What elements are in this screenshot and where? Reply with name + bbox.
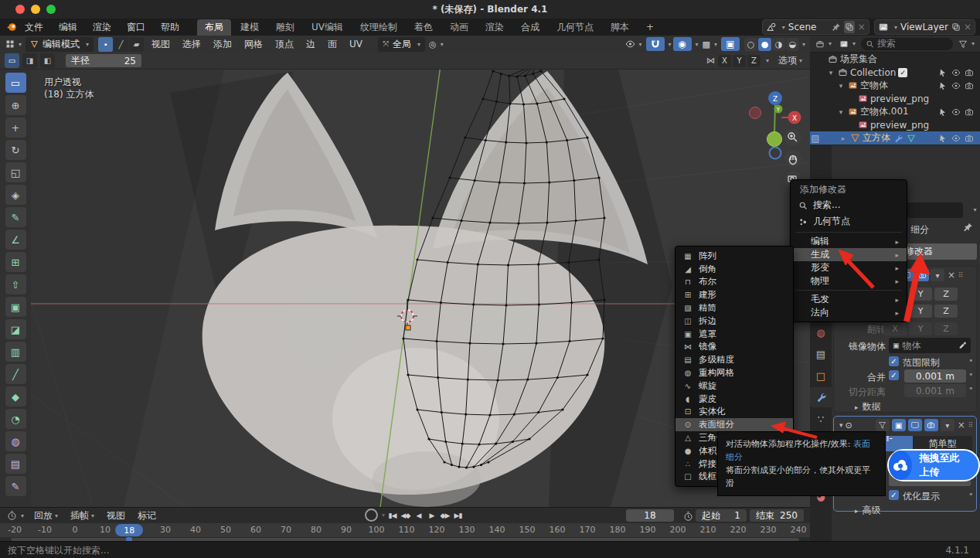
mirror-axf-axis-y[interactable]: Y bbox=[909, 322, 932, 335]
submenu-item-螺旋[interactable]: ∿螺旋 bbox=[675, 379, 793, 393]
pivot-point-dropdown[interactable]: ◎▾ bbox=[427, 37, 446, 51]
modifier-extras-dropdown[interactable]: ▾ bbox=[931, 269, 944, 281]
jump-to-start-button[interactable]: ▮◀ bbox=[386, 509, 398, 522]
submenu-item-表面细分[interactable]: ⊙表面细分 bbox=[675, 418, 793, 431]
end-frame-field[interactable]: 结束250 bbox=[750, 509, 804, 522]
mode-dropdown[interactable]: 编辑模式▾ bbox=[26, 37, 94, 52]
subsurf-advanced-expander[interactable]: ▸高级 bbox=[855, 504, 881, 517]
bisect-distance-slider[interactable]: 0.001 m bbox=[904, 384, 966, 397]
viewport-menu-添加[interactable]: 添加 bbox=[207, 38, 238, 51]
tool-move[interactable]: + bbox=[5, 117, 26, 138]
shading-solid-button[interactable]: ● bbox=[758, 38, 771, 51]
workspace-tab-纹理绘制[interactable]: 纹理绘制 bbox=[352, 19, 405, 36]
mirror-ax2-axis-y[interactable]: Y bbox=[909, 305, 932, 318]
editor-type-button[interactable]: ▾ bbox=[3, 37, 24, 51]
tool-tweak-select[interactable]: ▭ bbox=[5, 73, 26, 93]
viewport-menu-网格[interactable]: 网格 bbox=[238, 38, 269, 51]
tool-measure[interactable]: ∠ bbox=[5, 230, 26, 250]
jump-to-end-button[interactable]: ▶▮ bbox=[452, 509, 464, 522]
submenu-item-实体化[interactable]: ⊡实体化 bbox=[675, 406, 793, 419]
blender-logo-icon[interactable] bbox=[6, 22, 17, 32]
menu-item-法向[interactable]: 法向▸ bbox=[791, 306, 907, 319]
cursor-icon[interactable] bbox=[937, 133, 948, 143]
tool-annotate[interactable]: ✎ bbox=[5, 207, 26, 227]
play-reverse-button[interactable]: ◀ bbox=[413, 509, 424, 522]
merge-threshold-slider[interactable]: 0.001 m bbox=[904, 369, 966, 383]
submenu-item-镜像[interactable]: ⋈镜像 bbox=[675, 341, 793, 354]
tool-edge-slide[interactable]: ▤ bbox=[5, 454, 26, 474]
workspace-tab-几何节点[interactable]: 几何节点 bbox=[549, 19, 601, 36]
play-button[interactable]: ▶ bbox=[426, 509, 437, 522]
topbar-menu-帮助[interactable]: 帮助 bbox=[153, 21, 187, 34]
viewport-menu-视图[interactable]: 视图 bbox=[145, 38, 176, 51]
tool-loop-cut[interactable]: ▥ bbox=[5, 342, 26, 362]
camera-icon[interactable] bbox=[964, 107, 975, 117]
snap-toggle[interactable] bbox=[646, 37, 665, 51]
select-extend-button[interactable]: ◨ bbox=[22, 53, 37, 68]
subsurf-drag-handle[interactable]: ⠿ bbox=[968, 421, 974, 429]
proportional-editing-toggle[interactable]: ◉ bbox=[673, 37, 692, 51]
camera-icon[interactable] bbox=[964, 133, 975, 143]
transform-orientation-dropdown[interactable]: ⤧全局▾ bbox=[378, 37, 425, 52]
workspace-tab-脚本[interactable]: 脚本 bbox=[603, 19, 637, 36]
tool-add-cube[interactable]: ⊞ bbox=[5, 252, 26, 272]
submenu-item-阵列[interactable]: ▦阵列 bbox=[675, 250, 793, 263]
properties-tab-object[interactable]: □ bbox=[810, 366, 832, 386]
timeline-menu-插帧[interactable]: 插帧▾ bbox=[64, 509, 100, 522]
timeline-menu-回放[interactable]: 回放▾ bbox=[28, 509, 64, 522]
timeline-editor-type-button[interactable]: ▾ bbox=[5, 509, 26, 522]
new-scene-icon[interactable] bbox=[844, 21, 855, 33]
scene-selector[interactable]: ▾ Scene × bbox=[762, 19, 869, 35]
select-subtract-button[interactable]: ◧ bbox=[40, 53, 55, 68]
workspace-tab-布局[interactable]: 布局 bbox=[197, 19, 231, 36]
eyedropper-icon[interactable] bbox=[958, 340, 967, 351]
outliner-row-preview-2[interactable]: preview_png bbox=[810, 118, 980, 131]
submenu-item-遮罩[interactable]: ▣遮罩 bbox=[675, 328, 793, 341]
subsurf-render-toggle[interactable] bbox=[924, 419, 938, 431]
menu-item-编辑[interactable]: 编辑▸ bbox=[791, 235, 907, 248]
mirror-axf-axis-z[interactable]: Z bbox=[934, 322, 958, 335]
workspace-tab-UV编辑[interactable]: UV编辑 bbox=[304, 19, 351, 36]
optimal-display-checkbox[interactable]: ✓ bbox=[889, 490, 899, 500]
camera-icon[interactable] bbox=[964, 67, 975, 77]
overlays-dropdown[interactable]: ▩▾ bbox=[700, 37, 720, 51]
add-workspace-tab[interactable]: + bbox=[638, 20, 662, 34]
xray-toggle[interactable]: ▣ bbox=[721, 37, 740, 51]
modifier-drag-handle[interactable]: ⠿ bbox=[958, 271, 964, 279]
mirror-axis-x[interactable]: X bbox=[718, 55, 731, 67]
tool-bevel[interactable]: ◪ bbox=[5, 319, 26, 339]
submenu-item-拆边[interactable]: ◫拆边 bbox=[675, 315, 793, 328]
current-frame-indicator[interactable]: 18 bbox=[115, 524, 143, 536]
menu-item-形变[interactable]: 形变▸ bbox=[791, 261, 907, 274]
submenu-item-多级精度[interactable]: ▤多级精度 bbox=[675, 353, 793, 366]
workspace-tab-雕刻[interactable]: 雕刻 bbox=[268, 19, 302, 36]
modifier-close-icon[interactable]: × bbox=[946, 270, 957, 281]
start-frame-field[interactable]: 起始1 bbox=[696, 509, 747, 522]
menu-item-生成[interactable]: 生成▸ bbox=[791, 248, 907, 261]
tool-shrink-fatten[interactable]: ✎ bbox=[5, 476, 26, 496]
show-gizmo-dropdown[interactable]: ▾ bbox=[623, 37, 645, 51]
topbar-menu-窗口[interactable]: 窗口 bbox=[119, 21, 153, 34]
mirror-axis-z[interactable]: Z bbox=[747, 55, 761, 67]
tool-scale[interactable]: ◱ bbox=[5, 162, 26, 182]
properties-search-options[interactable]: ▾ bbox=[965, 202, 980, 216]
topbar-menu-编辑[interactable]: 编辑 bbox=[51, 21, 85, 34]
clipping-checkbox[interactable]: ✓ bbox=[889, 356, 899, 366]
workspace-tab-动画[interactable]: 动画 bbox=[442, 19, 476, 36]
shading-material-button[interactable]: ◑ bbox=[772, 38, 785, 51]
expand-toggle[interactable]: ▾ bbox=[837, 108, 845, 116]
cursor-icon[interactable] bbox=[937, 80, 948, 90]
vertex-select-mode[interactable]: ∙ bbox=[98, 37, 113, 52]
eye-icon[interactable] bbox=[951, 107, 961, 117]
subsurf-extras-dropdown[interactable]: ▾ bbox=[941, 419, 954, 431]
menu-item-搜索...[interactable]: 搜索... bbox=[791, 197, 907, 213]
tool-poly-build[interactable]: ◆ bbox=[5, 386, 26, 407]
submenu-item-蒙皮[interactable]: ◖蒙皮 bbox=[675, 393, 793, 406]
outliner-display-mode-button[interactable]: ▾ bbox=[813, 37, 834, 51]
current-frame-field[interactable]: 18 bbox=[626, 509, 674, 522]
gizmo-x-label[interactable]: X bbox=[792, 114, 797, 122]
mirror-ax1-axis-z[interactable]: Z bbox=[934, 288, 958, 301]
outliner-row-collection[interactable]: ▾Collection✓ bbox=[810, 66, 980, 79]
timeline-menu-视图[interactable]: 视图 bbox=[100, 509, 131, 522]
options-dropdown[interactable]: 选项▾ bbox=[778, 54, 802, 67]
